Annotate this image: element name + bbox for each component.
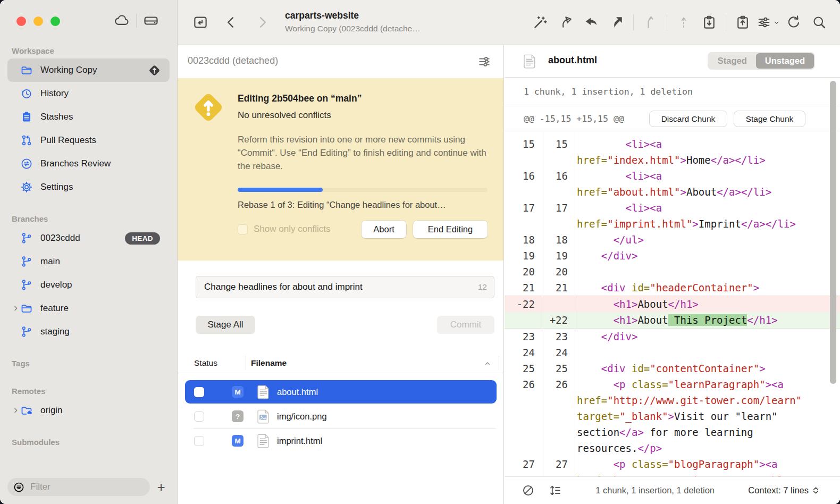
- diff-line-context[interactable]: 2424: [505, 345, 840, 360]
- stash-save-icon[interactable]: [700, 13, 718, 31]
- status-column-header[interactable]: Status: [194, 358, 217, 368]
- diff-filename: about.html: [548, 55, 597, 66]
- merge-arrow-icon[interactable]: [582, 13, 600, 31]
- cloud-icon[interactable]: [114, 13, 130, 29]
- diff-code-view[interactable]: 1515 <li><a href="index.html">Home</a></…: [505, 132, 840, 476]
- add-button[interactable]: +: [153, 478, 170, 496]
- diff-summary: 1 chunk, 1 insertion, 1 deletion: [505, 78, 840, 106]
- drive-icon[interactable]: [143, 13, 159, 29]
- diff-line-context[interactable]: 2020: [505, 264, 840, 280]
- repo-switcher-icon[interactable]: [191, 13, 209, 31]
- sidebar-item-develop[interactable]: develop: [7, 273, 170, 297]
- diff-line-context[interactable]: 2626 <p class="learnParagraph"><a href="…: [505, 376, 840, 456]
- stage-checkbox[interactable]: [194, 387, 204, 397]
- folder-plain-icon: [20, 302, 33, 315]
- diff-line-context[interactable]: 2323 </div>: [505, 329, 840, 345]
- sidebar-item-branches-review[interactable]: Branches Review: [7, 152, 170, 175]
- sidebar-item-main[interactable]: main: [7, 250, 170, 273]
- diff-line-context[interactable]: 1919 </div>: [505, 248, 840, 264]
- diff-line-deleted[interactable]: -22 <h1>About</h1>: [505, 296, 840, 312]
- rebase-progress-bar: [238, 188, 488, 192]
- file-row-img-icon.png[interactable]: ?img/icon.png: [185, 405, 497, 428]
- tab-unstaged[interactable]: Unstaged: [756, 53, 814, 69]
- code-segment: <p: [614, 379, 632, 390]
- diff-line-context[interactable]: 1616 <li><a href="about.html">About</a><…: [505, 168, 840, 200]
- toolbar-left: [191, 0, 271, 45]
- sidebar-item-history[interactable]: History: [7, 82, 170, 105]
- sidebar-item-pull-requests[interactable]: Pull Requests: [7, 129, 170, 152]
- diff-line-context[interactable]: 2727 <p class="blogParagraph"><a href="h…: [505, 456, 840, 476]
- stage-chunk-button[interactable]: Stage Chunk: [734, 111, 805, 127]
- abort-button[interactable]: Abort: [362, 221, 406, 238]
- sidebar-item-stashes[interactable]: Stashes: [7, 105, 170, 129]
- file-row-about.html[interactable]: Mabout.html: [185, 380, 497, 404]
- context-lines-stepper[interactable]: Context: 7 lines: [748, 485, 820, 495]
- filter-icon: [13, 481, 25, 493]
- code-segment: </a></li>: [741, 218, 796, 230]
- old-line-number: 26: [505, 376, 542, 456]
- old-line-number: 15: [505, 136, 542, 168]
- search-icon[interactable]: [810, 13, 828, 31]
- diff-line-context[interactable]: 1717 <li><a href="imprint.html">Imprint<…: [505, 200, 840, 232]
- close-button[interactable]: [16, 16, 26, 26]
- sidebar-item-working-copy[interactable]: Working Copy: [7, 58, 170, 82]
- push-arrow-icon[interactable]: [608, 13, 626, 31]
- diff-line-context[interactable]: 1818 </ul>: [505, 232, 840, 248]
- code-segment: id=: [632, 282, 650, 293]
- html-file-icon: [256, 433, 271, 449]
- stage-checkbox[interactable]: [194, 411, 204, 422]
- dashed-arrow-up-icon[interactable]: [675, 13, 693, 31]
- end-editing-button[interactable]: End Editing: [413, 221, 488, 238]
- sidebar-item-staging[interactable]: staging: [7, 320, 170, 343]
- chevron-right-icon[interactable]: [12, 304, 20, 313]
- diff-line-context[interactable]: 2525 <div id="contentContainer">: [505, 360, 840, 376]
- code-segment: [577, 379, 614, 390]
- sidebar-item-origin[interactable]: origin: [7, 399, 170, 422]
- commit-button[interactable]: Commit: [437, 316, 494, 334]
- diff-line-context[interactable]: 2121 <div id="headerContainer">: [505, 280, 840, 296]
- show-only-conflicts-checkbox[interactable]: [238, 224, 248, 234]
- code-segment: Imprint: [699, 218, 741, 230]
- app-window: WorkspaceWorking CopyHistoryStashesPull …: [0, 0, 840, 504]
- diff-line-context[interactable]: 1515 <li><a href="index.html">Home</a></…: [505, 136, 840, 168]
- share-arrow-icon[interactable]: [557, 13, 575, 31]
- code-segment: [577, 314, 614, 326]
- line-spacing-icon[interactable]: [549, 484, 562, 497]
- view-options-sliders-icon[interactable]: [477, 54, 492, 69]
- code-segment: >: [753, 282, 759, 293]
- code-segment: >: [668, 410, 674, 422]
- merge-branch-icon[interactable]: [641, 13, 659, 31]
- file-row-imprint.html[interactable]: Mimprint.html: [185, 429, 497, 452]
- sliders-chevron-icon[interactable]: [759, 13, 777, 31]
- branch-icon: [20, 232, 33, 245]
- head-badge: HEAD: [125, 232, 160, 245]
- sidebar-item-0023cddd[interactable]: 0023cdddHEAD: [7, 226, 170, 250]
- tab-staged[interactable]: Staged: [709, 53, 756, 69]
- stash-apply-icon[interactable]: [734, 13, 752, 31]
- sidebar-item-settings[interactable]: Settings: [7, 175, 170, 199]
- back-chevron-icon[interactable]: [222, 13, 240, 31]
- wand-icon[interactable]: [531, 13, 549, 31]
- refresh-icon[interactable]: [785, 13, 803, 31]
- sidebar-item-feature[interactable]: feature: [7, 297, 170, 320]
- code-segment: </p>: [637, 442, 662, 454]
- filter-input[interactable]: [29, 481, 136, 493]
- stage-all-button[interactable]: Stage All: [196, 316, 255, 334]
- ignore-whitespace-icon[interactable]: [522, 484, 535, 497]
- forward-chevron-icon[interactable]: [253, 13, 271, 31]
- sort-chevron-icon[interactable]: [483, 359, 492, 368]
- code-line: <h1>About This Project</h1>: [575, 312, 819, 328]
- stage-checkbox[interactable]: [194, 436, 204, 446]
- commit-message-input[interactable]: [196, 276, 494, 298]
- stash-icon: [20, 111, 33, 123]
- old-line-number: 18: [505, 232, 542, 248]
- filter-field[interactable]: [7, 478, 150, 496]
- minimize-button[interactable]: [33, 16, 43, 26]
- discard-chunk-button[interactable]: Discard Chunk: [649, 111, 727, 127]
- chevron-right-icon[interactable]: [12, 406, 20, 415]
- scrollbar-thumb[interactable]: [830, 81, 836, 384]
- column-divider: [499, 356, 499, 370]
- diff-line-added[interactable]: +22 <h1>About This Project</h1>: [505, 312, 840, 329]
- zoom-button[interactable]: [51, 16, 60, 26]
- filename-column-header[interactable]: Filename: [251, 358, 287, 368]
